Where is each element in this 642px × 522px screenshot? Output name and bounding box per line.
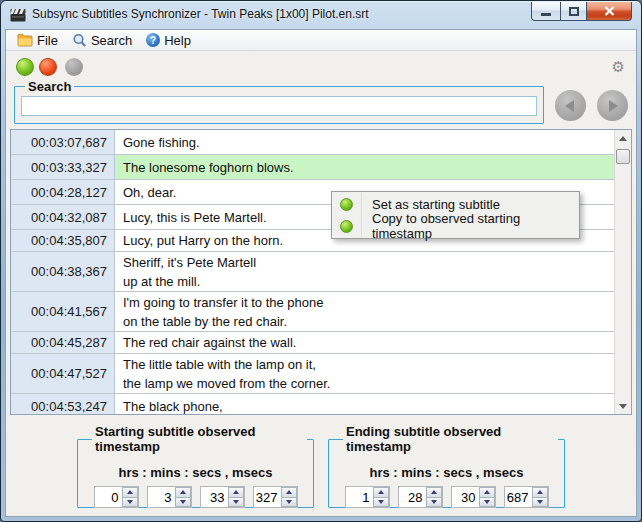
search-previous-button[interactable] bbox=[555, 90, 586, 121]
starting-mins-input[interactable] bbox=[148, 487, 175, 507]
scroll-down-icon bbox=[619, 404, 627, 409]
spin-down-button[interactable] bbox=[281, 498, 297, 508]
subtitle-text-cell: The black phone, bbox=[115, 394, 614, 415]
timestamp-cell: 00:04:47,527 bbox=[11, 354, 115, 393]
search-section: Search bbox=[6, 80, 636, 124]
starting-hrs-input[interactable] bbox=[95, 487, 122, 507]
vertical-scrollbar[interactable] bbox=[614, 130, 631, 414]
menubar: File Search ? Help bbox=[6, 30, 636, 51]
subtitle-text-cell: Sheriff, it's Pete Martell up at the mil… bbox=[115, 252, 614, 291]
ending-hrs-input[interactable] bbox=[346, 487, 373, 507]
window-title: Subsync Subtitles Synchronizer - Twin Pe… bbox=[32, 1, 369, 28]
menu-help[interactable]: ? Help bbox=[139, 30, 198, 51]
spin-up-icon bbox=[378, 490, 384, 494]
spin-down-button[interactable] bbox=[175, 498, 191, 508]
spinner-buttons bbox=[281, 487, 297, 507]
starting-mins-spinner bbox=[147, 486, 192, 508]
table-row[interactable]: 00:04:38,367 Sheriff, it's Pete Martell … bbox=[11, 252, 614, 292]
spin-up-icon bbox=[484, 490, 490, 494]
spin-up-button[interactable] bbox=[228, 487, 244, 498]
spin-up-button[interactable] bbox=[532, 487, 548, 498]
spin-down-button[interactable] bbox=[228, 498, 244, 508]
starting-spinners bbox=[84, 486, 307, 508]
scrollbar-thumb[interactable] bbox=[616, 149, 630, 164]
ending-msecs-input[interactable] bbox=[505, 487, 532, 507]
context-menu-item-copy-timestamp[interactable]: Copy to observed starting timestamp bbox=[332, 215, 579, 237]
spin-down-button[interactable] bbox=[122, 498, 138, 508]
observed-timestamps-panel: Starting subtitle observed timestamp hrs… bbox=[6, 424, 636, 508]
starting-secs-input[interactable] bbox=[201, 487, 228, 507]
spin-up-icon bbox=[233, 490, 239, 494]
titlebar: Subsync Subtitles Synchronizer - Twin Pe… bbox=[1, 1, 641, 29]
folder-icon bbox=[17, 33, 33, 47]
spin-down-button[interactable] bbox=[479, 498, 495, 508]
app-clapperboard-icon[interactable] bbox=[10, 7, 26, 23]
table-row[interactable]: 00:04:41,567 I'm going to transfer it to… bbox=[11, 292, 614, 332]
search-input[interactable] bbox=[21, 96, 537, 116]
green-status-button[interactable] bbox=[16, 58, 34, 76]
table-row-highlighted[interactable]: 00:03:33,327 The lonesome foghorn blows. bbox=[11, 155, 614, 180]
spin-up-icon bbox=[431, 490, 437, 494]
menu-search[interactable]: Search bbox=[65, 30, 139, 51]
red-status-button[interactable] bbox=[39, 58, 57, 76]
subtitle-text-cell: The red chair against the wall. bbox=[115, 332, 614, 353]
minimize-icon bbox=[541, 13, 551, 16]
close-button[interactable] bbox=[587, 2, 632, 21]
spin-down-button[interactable] bbox=[426, 498, 442, 508]
gray-status-button[interactable] bbox=[65, 58, 83, 76]
subtitle-text-cell: I'm going to transfer it to the phone on… bbox=[115, 292, 614, 331]
spin-down-button[interactable] bbox=[532, 498, 548, 508]
spinner-buttons bbox=[532, 487, 548, 507]
ending-timestamp-groupbox: Ending subtitle observed timestamp hrs :… bbox=[328, 424, 565, 508]
scroll-up-icon bbox=[619, 136, 627, 141]
ending-msecs-spinner bbox=[504, 486, 549, 508]
search-next-button[interactable] bbox=[597, 90, 628, 121]
ending-mins-input[interactable] bbox=[399, 487, 426, 507]
spin-up-icon bbox=[180, 490, 186, 494]
spin-up-button[interactable] bbox=[426, 487, 442, 498]
spin-down-icon bbox=[233, 500, 239, 504]
spin-up-icon bbox=[286, 490, 292, 494]
green-ball-icon bbox=[340, 220, 353, 233]
ending-timestamp-legend: Ending subtitle observed timestamp bbox=[343, 424, 558, 454]
timestamp-cell: 00:04:28,127 bbox=[11, 180, 115, 204]
spin-up-button[interactable] bbox=[479, 487, 495, 498]
close-icon bbox=[604, 6, 615, 16]
timestamp-cell: 00:04:32,087 bbox=[11, 205, 115, 229]
spin-up-button[interactable] bbox=[373, 487, 389, 498]
table-row[interactable]: 00:03:07,687 Gone fishing. bbox=[11, 130, 614, 155]
settings-gear-icon[interactable]: ⚙ bbox=[612, 59, 625, 75]
menu-file[interactable]: File bbox=[10, 30, 65, 51]
spin-up-icon bbox=[537, 490, 543, 494]
spin-up-button[interactable] bbox=[122, 487, 138, 498]
starting-msecs-spinner bbox=[253, 486, 298, 508]
timestamp-cell: 00:04:53,247 bbox=[11, 394, 115, 415]
spin-down-button[interactable] bbox=[373, 498, 389, 508]
table-row[interactable]: 00:04:45,287 The red chair against the w… bbox=[11, 332, 614, 354]
spin-down-icon bbox=[431, 500, 437, 504]
ending-units-label: hrs : mins : secs , msecs bbox=[335, 465, 558, 480]
spinner-buttons bbox=[426, 487, 442, 507]
menu-help-label: Help bbox=[164, 33, 191, 48]
table-row[interactable]: 00:04:53,247 The black phone, bbox=[11, 394, 614, 415]
search-groupbox: Search bbox=[14, 79, 544, 124]
spinner-buttons bbox=[228, 487, 244, 507]
menu-search-label: Search bbox=[91, 33, 132, 48]
spin-up-button[interactable] bbox=[175, 487, 191, 498]
scroll-down-button[interactable] bbox=[615, 398, 631, 414]
table-row[interactable]: 00:04:47,527 The little table with the l… bbox=[11, 354, 614, 394]
spin-down-icon bbox=[180, 500, 186, 504]
help-glyph: ? bbox=[150, 35, 156, 46]
starting-units-label: hrs : mins : secs , msecs bbox=[84, 465, 307, 480]
maximize-button[interactable] bbox=[560, 2, 587, 21]
spinner-buttons bbox=[373, 487, 389, 507]
timestamp-cell: 00:04:41,567 bbox=[11, 292, 115, 331]
spin-down-icon bbox=[286, 500, 292, 504]
minimize-button[interactable] bbox=[531, 2, 560, 21]
starting-msecs-input[interactable] bbox=[254, 487, 281, 507]
ending-secs-input[interactable] bbox=[452, 487, 479, 507]
scroll-up-button[interactable] bbox=[615, 130, 631, 146]
spin-up-button[interactable] bbox=[281, 487, 297, 498]
context-menu-label: Copy to observed starting timestamp bbox=[361, 215, 579, 237]
starting-hrs-spinner bbox=[94, 486, 139, 508]
